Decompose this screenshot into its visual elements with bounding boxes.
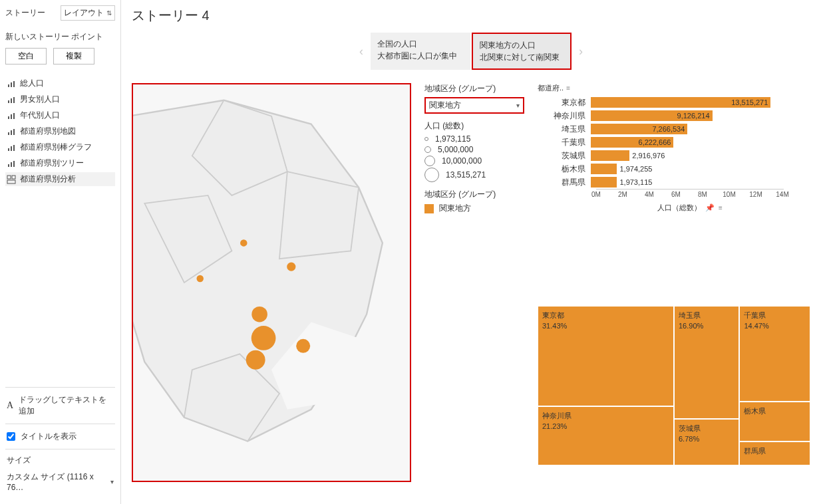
bar-row[interactable]: 神奈川県9,126,214 (538, 109, 784, 122)
sheet-item[interactable]: 年代別人口 (5, 108, 115, 122)
treemap-cell[interactable]: 群馬県 (739, 441, 810, 465)
chevron-down-icon: ▾ (516, 102, 520, 109)
show-title-label: タイトルを表示 (21, 431, 77, 442)
size-legend-label: 13,515,271 (446, 170, 486, 180)
map-point[interactable] (246, 350, 265, 370)
sheet-item[interactable]: 都道府県別地図 (5, 124, 115, 138)
bar-row[interactable]: 群馬県1,973,115 (538, 176, 784, 189)
layout-tab-label: レイアウト (64, 7, 104, 19)
bar-row[interactable]: 茨城県2,916,976 (538, 149, 784, 162)
sort-icon: ≡ (566, 84, 570, 92)
svg-rect-2 (13, 81, 15, 87)
bar-category-label: 埼玉県 (538, 124, 591, 135)
nav-prev-button[interactable]: ‹ (355, 33, 368, 70)
sheet-list: 総人口男女別人口年代別人口都道府県別地図都道府県別棒グラフ都道府県別ツリー都道府… (5, 76, 115, 186)
drag-text-label: ドラッグしてテキストを追加 (19, 394, 114, 417)
bar-category-label: 茨城県 (538, 150, 591, 162)
bar-row[interactable]: 埼玉県7,266,534 (538, 122, 784, 136)
bar-fill (591, 177, 617, 188)
axis-tick: 12M (749, 191, 762, 198)
treemap[interactable]: 東京都31.43%神奈川県21.23%埼玉県16.90%千葉県14.47%茨城県… (538, 306, 810, 465)
map-point[interactable] (196, 275, 203, 282)
map-view[interactable] (132, 83, 411, 482)
sidebar-tab-story[interactable]: ストーリー (5, 7, 45, 19)
show-title-checkbox[interactable] (7, 432, 15, 441)
treemap-cell[interactable]: 東京都31.43% (538, 306, 674, 406)
map-point[interactable] (296, 339, 310, 353)
show-title-row[interactable]: タイトルを表示 (5, 424, 115, 449)
svg-rect-8 (13, 113, 15, 119)
sort-icon[interactable]: ≡ (719, 204, 723, 211)
region-selected-value: 関東地方 (429, 100, 461, 111)
color-swatch-icon (424, 204, 434, 213)
bar-track: 9,126,214 (591, 110, 784, 121)
story-point-card[interactable]: 全国の人口大都市圏に人口が集中 (371, 33, 470, 70)
pin-icon[interactable]: 📌 (705, 203, 715, 212)
map-point[interactable] (287, 263, 295, 271)
svg-rect-20 (7, 180, 15, 184)
svg-rect-5 (13, 97, 15, 103)
bar-category-label: 千葉県 (538, 137, 591, 148)
card-line1: 関東地方の人口 (480, 39, 564, 51)
treemap-cell-name: 神奈川県 (542, 411, 669, 421)
nav-next-button[interactable]: › (574, 33, 587, 70)
treemap-cell[interactable]: 千葉県14.47% (739, 306, 810, 402)
story-nav: ‹ 全国の人口大都市圏に人口が集中関東地方の人口北関東に対して南関東 › (132, 33, 810, 70)
bar-row[interactable]: 東京都13,515,271 (538, 96, 784, 109)
size-circle-icon (424, 137, 428, 141)
axis-tick: 8M (698, 191, 707, 198)
bar-row[interactable]: 栃木県1,974,255 (538, 162, 784, 176)
drag-text-row[interactable]: A ドラッグしてテキストを追加 (5, 387, 115, 424)
bar-value-label: 6,222,666 (639, 137, 671, 148)
sheet-label: 年代別人口 (20, 110, 60, 121)
size-label: サイズ (7, 455, 114, 466)
story-point-card[interactable]: 関東地方の人口北関東に対して南関東 (472, 33, 572, 70)
sheet-item[interactable]: 都道府県別分析 (5, 172, 115, 186)
size-value: カスタム サイズ (1116 x 76… (7, 471, 110, 492)
axis-tick: 0M (591, 191, 601, 198)
treemap-cell-name: 東京都 (542, 311, 669, 320)
sidebar-tab-layout[interactable]: レイアウト ⇅ (61, 5, 115, 21)
size-select[interactable]: カスタム サイズ (1116 x 76… ▾ (7, 470, 114, 493)
bar-chart[interactable]: 東京都13,515,271神奈川県9,126,214埼玉県7,266,534千葉… (538, 96, 784, 189)
blank-button[interactable]: 空白 (5, 48, 47, 64)
treemap-cell[interactable]: 茨城県6.78% (674, 419, 739, 465)
treemap-cell[interactable]: 栃木県 (739, 402, 810, 441)
treemap-cell[interactable]: 埼玉県16.90% (674, 306, 739, 419)
sheet-item[interactable]: 男女別人口 (5, 92, 115, 106)
story-title[interactable]: ストーリー 4 (132, 7, 810, 25)
map-point[interactable] (240, 239, 247, 246)
worksheet-icon (7, 111, 16, 120)
map-point[interactable] (251, 326, 276, 350)
size-legend-row: 13,515,271 (424, 168, 524, 182)
treemap-cell-name: 栃木県 (744, 406, 806, 416)
worksheet-icon (7, 159, 16, 168)
map-point[interactable] (251, 307, 267, 322)
size-circle-icon (424, 168, 439, 182)
svg-rect-17 (13, 161, 15, 167)
axis-tick: 2M (618, 191, 627, 198)
bar-field-label[interactable]: 都道府.. ≡ (538, 83, 810, 93)
bar-track: 13,515,271 (591, 97, 784, 108)
treemap-cell-pct: 16.90% (679, 322, 735, 330)
region-select[interactable]: 関東地方 ▾ (424, 97, 524, 114)
size-legend-row: 10,000,000 (424, 156, 524, 166)
sheet-item[interactable]: 都道府県別棒グラフ (5, 140, 115, 154)
svg-rect-6 (8, 116, 9, 119)
svg-rect-9 (8, 132, 9, 135)
sheet-label: 総人口 (20, 78, 44, 89)
duplicate-button[interactable]: 複製 (53, 48, 94, 64)
bar-track: 7,266,534 (591, 124, 784, 134)
sheet-item[interactable]: 都道府県別ツリー (5, 156, 115, 170)
color-legend-title: 地域区分 (グループ) (424, 189, 524, 200)
sheet-item[interactable]: 総人口 (5, 76, 115, 90)
bar-row[interactable]: 千葉県6,222,666 (538, 136, 784, 149)
treemap-cell-pct: 14.47% (744, 322, 806, 330)
worksheet-icon (7, 127, 16, 136)
svg-rect-14 (13, 145, 15, 151)
worksheet-icon (7, 143, 16, 152)
treemap-cell-pct: 6.78% (679, 435, 735, 443)
updown-icon: ⇅ (106, 9, 112, 17)
svg-rect-1 (11, 82, 12, 87)
treemap-cell[interactable]: 神奈川県21.23% (538, 406, 674, 465)
